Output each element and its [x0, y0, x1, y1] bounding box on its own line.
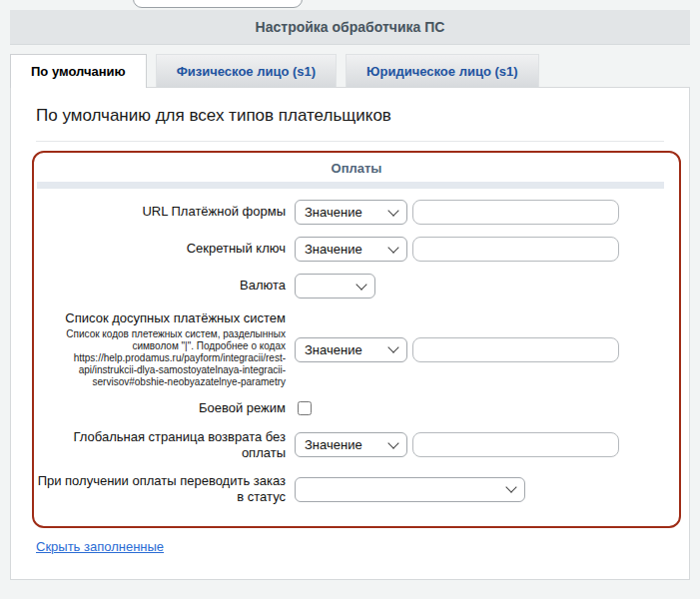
- tab-bar: По умолчанию Физическое лицо (s1) Юридич…: [10, 45, 690, 87]
- payments-section-title: Оплаты: [34, 161, 679, 176]
- url-form-type-select-value: Значение: [305, 205, 362, 220]
- url-form-input[interactable]: [412, 200, 619, 225]
- chevron-down-icon: [387, 341, 398, 352]
- live-mode-checkbox[interactable]: [298, 401, 312, 415]
- field-label-return-page: Глобальная страница возврата без оплаты: [74, 429, 286, 460]
- top-strip: [0, 0, 700, 10]
- chevron-down-icon: [387, 205, 398, 216]
- hide-filled-link[interactable]: Скрыть заполненные: [36, 539, 164, 554]
- tab-individual[interactable]: Физическое лицо (s1): [156, 54, 337, 87]
- form-row-return-page: Глобальная страница возврата без оплаты …: [34, 429, 679, 462]
- payment-systems-type-select[interactable]: Значение: [295, 337, 407, 362]
- field-label-currency: Валюта: [240, 278, 286, 293]
- return-page-input[interactable]: [412, 432, 619, 457]
- return-page-type-select-value: Значение: [305, 437, 362, 452]
- page-title: По умолчанию для всех типов плательщиков: [36, 106, 664, 126]
- field-label-payment-systems: Список досупных платёжных систем: [65, 310, 286, 325]
- cutoff-element-above: [133, 0, 303, 8]
- tab-content-panel: По умолчанию для всех типов плательщиков…: [10, 87, 690, 580]
- order-status-select[interactable]: [295, 477, 525, 502]
- form-row-secret-key: Секретный ключ Значение: [34, 237, 679, 262]
- settings-header-bar: Настройка обработчика ПС: [10, 10, 690, 45]
- payment-systems-type-select-value: Значение: [305, 342, 362, 357]
- return-page-type-select[interactable]: Значение: [295, 432, 407, 457]
- field-description-payment-systems: Список кодов плетежных систем, разделынн…: [34, 328, 286, 388]
- form-row-payment-systems: Список досупных платёжных систем Список …: [34, 310, 679, 388]
- divider: [36, 141, 664, 142]
- chevron-down-icon: [387, 242, 398, 253]
- form-row-order-status: При получении оплаты переводить заказ в …: [34, 473, 679, 506]
- form-rows: URL Платёжной формы Значение Секретный к…: [34, 189, 679, 506]
- tab-legal-entity-label: Юридическое лицо (s1): [366, 64, 517, 79]
- form-row-live-mode: Боевой режим: [34, 400, 679, 416]
- secret-key-type-select-value: Значение: [305, 242, 362, 257]
- tab-individual-label: Физическое лицо (s1): [177, 64, 316, 79]
- url-form-type-select[interactable]: Значение: [295, 200, 407, 225]
- chevron-down-icon: [505, 482, 516, 493]
- section-title-underline: [37, 182, 664, 189]
- chevron-down-icon: [387, 437, 398, 448]
- secret-key-input[interactable]: [412, 237, 619, 262]
- settings-header-title: Настройка обработчика ПС: [256, 19, 445, 35]
- tab-legal-entity[interactable]: Юридическое лицо (s1): [346, 54, 538, 87]
- field-label-order-status: При получении оплаты переводить заказ в …: [38, 473, 286, 504]
- field-label-url: URL Платёжной формы: [142, 204, 286, 219]
- chevron-down-icon: [355, 279, 366, 290]
- form-row-currency: Валюта: [34, 274, 679, 299]
- form-row-url: URL Платёжной формы Значение: [34, 200, 679, 225]
- tab-default-label: По умолчанию: [31, 64, 126, 79]
- payments-section: Оплаты URL Платёжной формы Значение Секр…: [32, 151, 681, 528]
- tab-default[interactable]: По умолчанию: [10, 54, 147, 88]
- field-label-live-mode: Боевой режим: [199, 400, 286, 415]
- currency-select[interactable]: [295, 274, 375, 299]
- secret-key-type-select[interactable]: Значение: [295, 237, 407, 262]
- payment-systems-input[interactable]: [412, 337, 619, 362]
- field-label-secret-key: Секретный ключ: [187, 241, 286, 256]
